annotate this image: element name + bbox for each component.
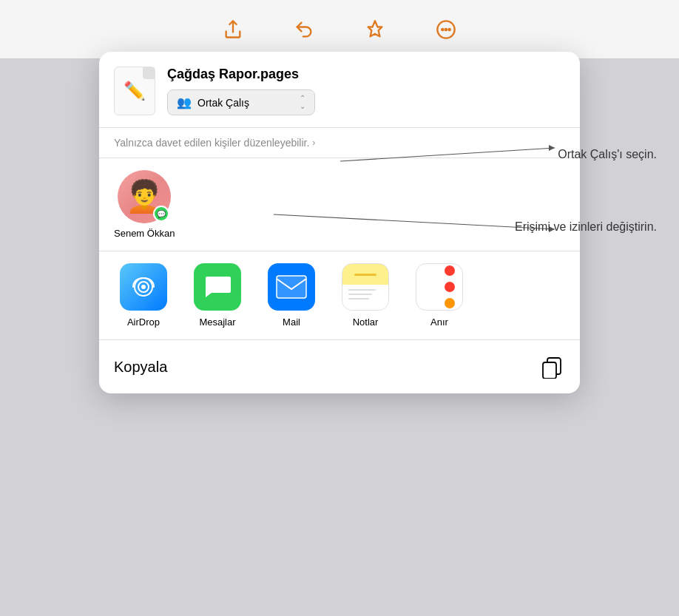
collab-dropdown-left: 👥 Ortak Çalış bbox=[177, 95, 249, 109]
svg-point-6 bbox=[141, 285, 146, 289]
svg-rect-9 bbox=[543, 362, 556, 379]
permissions-text: Yalnızca davet edilen kişiler düzenleyeb… bbox=[114, 137, 565, 149]
anims-icon bbox=[416, 263, 463, 311]
chevron-updown-icon bbox=[300, 95, 305, 110]
contacts-section: 🧑‍🦱 💬 Senem Ökkan bbox=[99, 158, 580, 251]
annotation-access: Erişimi ve izinleri değiştirin. bbox=[515, 220, 657, 234]
panel-header: ✏️ Çağdaş Rapor.pages 👥 Ortak Çalış bbox=[99, 52, 580, 128]
airdrop-icon bbox=[120, 263, 167, 311]
apps-section: AirDrop Mesajlar Mail bbox=[99, 251, 580, 340]
svg-point-2 bbox=[445, 28, 447, 30]
permissions-label: Yalnızca davet edilen kişiler düzenleyeb… bbox=[114, 137, 309, 149]
contact-name: Senem Ökkan bbox=[114, 228, 175, 239]
file-name: Çağdaş Rapor.pages bbox=[167, 67, 565, 82]
pin-button[interactable] bbox=[362, 16, 388, 43]
anims-label: Anır bbox=[430, 317, 448, 328]
mail-label: Mail bbox=[283, 317, 300, 328]
app-item-messages[interactable]: Mesajlar bbox=[188, 263, 247, 328]
app-item-notes[interactable]: Notlar bbox=[336, 263, 395, 328]
share-button[interactable] bbox=[220, 16, 246, 43]
dot-red-2 bbox=[445, 282, 455, 292]
copy-label: Kopyala bbox=[114, 359, 167, 376]
notes-label: Notlar bbox=[353, 317, 379, 328]
undo-button[interactable] bbox=[291, 16, 317, 43]
annotation-collab: Ortak Çalış'ı seçin. bbox=[515, 148, 657, 161]
dot-orange bbox=[445, 298, 455, 308]
app-item-airdrop[interactable]: AirDrop bbox=[114, 263, 173, 328]
collab-icon: 👥 bbox=[177, 95, 192, 109]
svg-point-1 bbox=[442, 28, 443, 30]
copy-section[interactable]: Kopyala bbox=[99, 340, 580, 393]
mail-icon bbox=[268, 263, 315, 311]
toolbar bbox=[0, 0, 679, 59]
annotation-access-text: Erişimi ve izinleri değiştirin. bbox=[515, 220, 657, 233]
annotations-container: Ortak Çalış'ı seçin. Erişimi ve izinleri… bbox=[515, 148, 657, 234]
notes-icon bbox=[342, 263, 389, 311]
copy-icon bbox=[538, 353, 565, 380]
permissions-arrow-icon: › bbox=[312, 138, 315, 148]
contact-avatar-wrap: 🧑‍🦱 💬 bbox=[118, 170, 171, 223]
app-item-mail[interactable]: Mail bbox=[262, 263, 321, 328]
messages-badge-icon: 💬 bbox=[157, 210, 166, 218]
contact-item[interactable]: 🧑‍🦱 💬 Senem Ökkan bbox=[114, 170, 175, 239]
more-button[interactable] bbox=[433, 16, 459, 43]
messages-label: Mesajlar bbox=[199, 317, 235, 328]
collab-dropdown[interactable]: 👥 Ortak Çalış bbox=[167, 89, 315, 115]
file-info: Çağdaş Rapor.pages 👥 Ortak Çalış bbox=[167, 67, 565, 115]
svg-rect-7 bbox=[277, 276, 306, 298]
collab-label: Ortak Çalış bbox=[197, 97, 249, 109]
dot-red-1 bbox=[445, 265, 455, 276]
contact-badge: 💬 bbox=[153, 206, 169, 222]
file-pencil-icon: ✏️ bbox=[124, 81, 146, 101]
messages-icon bbox=[194, 263, 241, 311]
app-item-anims[interactable]: Anır bbox=[410, 263, 469, 328]
file-icon: ✏️ bbox=[114, 67, 155, 115]
svg-point-3 bbox=[449, 28, 450, 30]
airdrop-label: AirDrop bbox=[127, 317, 160, 328]
share-panel: ✏️ Çağdaş Rapor.pages 👥 Ortak Çalış Yaln… bbox=[99, 52, 580, 393]
permissions-section[interactable]: Yalnızca davet edilen kişiler düzenleyeb… bbox=[99, 128, 580, 158]
